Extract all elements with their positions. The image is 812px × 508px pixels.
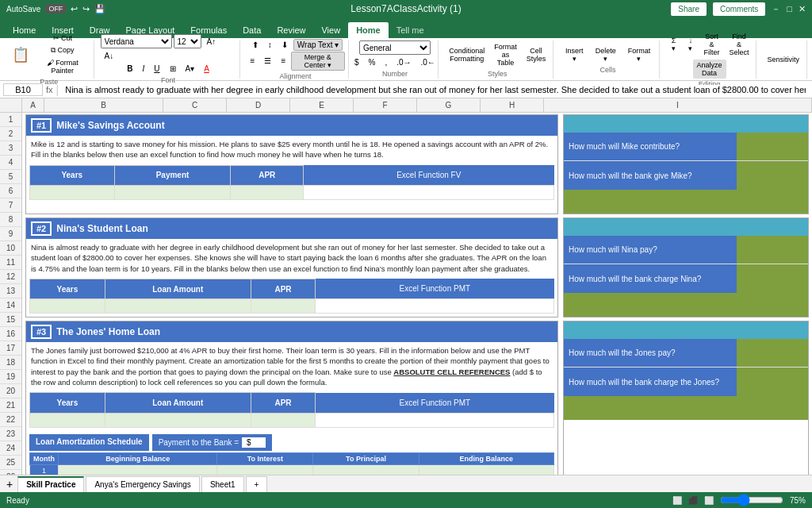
amort-col-end-bal: Ending Balance xyxy=(419,452,553,464)
row-26: 26 xyxy=(0,470,21,475)
undo-icon[interactable]: ↩ xyxy=(71,4,78,14)
section1-excel-fn-button[interactable]: Excel Function FV xyxy=(387,167,470,183)
section1-years-input[interactable] xyxy=(30,186,115,200)
title-bar-right: Share Comments － □ ✕ xyxy=(671,2,806,16)
paste-button[interactable]: 📋 xyxy=(8,45,33,64)
align-right-button[interactable]: ≡ xyxy=(277,55,289,67)
align-left-button[interactable]: ≡ xyxy=(247,55,259,67)
find-select-button[interactable]: Find &Select xyxy=(725,31,753,58)
payment-value[interactable]: $ xyxy=(242,437,266,448)
section2-loan-input[interactable] xyxy=(105,299,251,314)
decrease-font-button[interactable]: A↓ xyxy=(101,50,118,62)
format-as-table-button[interactable]: Formatas Table xyxy=(490,41,521,68)
section2-years-input[interactable] xyxy=(30,299,105,314)
section3-loan-input[interactable] xyxy=(105,413,251,427)
amort-interest-1[interactable] xyxy=(217,464,313,475)
sheet-tab-sheet1[interactable]: Sheet1 xyxy=(201,476,244,492)
status-bar: Ready ⬜ ⬛ ⬜ 75% xyxy=(0,492,812,508)
add-sheet-tab[interactable]: + xyxy=(246,476,268,492)
section1-payment-input[interactable] xyxy=(114,186,231,200)
close-icon[interactable]: ✕ xyxy=(799,4,806,14)
cut-button[interactable]: ✂ Cut xyxy=(35,33,90,44)
merge-center-button[interactable]: Merge & Center ▾ xyxy=(291,52,344,71)
sheet-tab-anyas-savings[interactable]: Anya's Emergency Savings xyxy=(86,476,199,492)
increase-font-button[interactable]: A↑ xyxy=(203,36,220,48)
sensitivity-button[interactable]: Sensitivity xyxy=(763,54,803,65)
section2-q1-row: How much will Nina pay? xyxy=(564,236,808,264)
amort-begin-1[interactable] xyxy=(59,464,217,475)
tell-me[interactable]: Tell me xyxy=(389,22,432,38)
section2-q2-row: How much will the bank charge Nina? xyxy=(564,264,808,293)
insert-cells-button[interactable]: Insert ▾ xyxy=(560,45,588,64)
section1-result-cell xyxy=(304,186,554,200)
wrap-text-button[interactable]: Wrap Text ▾ xyxy=(293,39,343,51)
currency-button[interactable]: $ xyxy=(350,56,363,68)
align-top-button[interactable]: ⬆ xyxy=(248,39,262,51)
section3-a1-cell[interactable] xyxy=(737,339,808,367)
amort-principal-1[interactable] xyxy=(313,464,419,475)
italic-button[interactable]: I xyxy=(138,63,148,75)
section1-apr-input[interactable] xyxy=(231,186,304,200)
decrease-decimal-button[interactable]: .0← xyxy=(417,56,439,68)
section2-apr-input[interactable] xyxy=(251,299,315,314)
page-break-icon[interactable]: ⬜ xyxy=(704,496,714,505)
comments-button[interactable]: Comments xyxy=(713,2,765,16)
share-button[interactable]: Share xyxy=(671,2,707,16)
fill-button[interactable]: ↓ ▾ xyxy=(683,31,698,58)
font-family-select[interactable]: Verdana xyxy=(101,34,172,48)
delete-cells-button[interactable]: Delete ▾ xyxy=(590,45,621,64)
fill-color-button[interactable]: A▾ xyxy=(182,63,199,75)
section2-excel-fn-button[interactable]: Excel Function PMT xyxy=(390,281,480,296)
sort-filter-button[interactable]: Sort &Filter xyxy=(699,31,723,58)
autosave-toggle[interactable]: OFF xyxy=(45,4,66,13)
percent-button[interactable]: % xyxy=(365,56,380,68)
amort-end-1[interactable] xyxy=(419,464,553,475)
section3-excel-fn-button[interactable]: Excel Function PMT xyxy=(390,395,480,410)
copy-button[interactable]: ⧉ Copy xyxy=(35,44,90,56)
zoom-slider[interactable] xyxy=(720,495,783,505)
section2-col-years: Years xyxy=(30,279,105,299)
tab-data[interactable]: Data xyxy=(235,22,269,38)
font-size-select[interactable]: 12 xyxy=(174,34,201,48)
analyze-data-button[interactable]: AnalyzeData xyxy=(693,60,726,79)
section2-a1-cell[interactable] xyxy=(737,236,808,264)
page-layout-icon[interactable]: ⬛ xyxy=(688,496,698,505)
font-color-button[interactable]: A xyxy=(200,63,213,75)
tab-review[interactable]: Review xyxy=(269,22,313,38)
sheet-tab-skill-practice[interactable]: Skill Practice xyxy=(17,476,84,492)
comma-button[interactable]: , xyxy=(381,56,391,68)
row-16: 16 xyxy=(0,327,21,341)
format-painter-button[interactable]: 🖌 Format Painter xyxy=(35,57,90,76)
border-button[interactable]: ⊞ xyxy=(166,63,180,75)
align-center-button[interactable]: ☰ xyxy=(260,55,275,67)
bold-button[interactable]: B xyxy=(123,63,136,75)
add-sheet-button[interactable]: + xyxy=(3,478,16,491)
section3-number: #3 xyxy=(31,325,52,339)
normal-view-icon[interactable]: ⬜ xyxy=(672,496,682,505)
tab-home-active[interactable]: Home xyxy=(348,22,389,38)
underline-button[interactable]: U xyxy=(150,63,163,75)
row-24: 24 xyxy=(0,441,21,456)
redo-icon[interactable]: ↪ xyxy=(82,4,90,14)
section2-a2-cell[interactable] xyxy=(737,264,808,293)
section3-a2-cell[interactable] xyxy=(737,368,808,396)
number-format-select[interactable]: General xyxy=(359,40,431,55)
align-bottom-button[interactable]: ⬇ xyxy=(278,39,292,51)
section1-col-payment: Payment xyxy=(114,165,231,186)
autosum-button[interactable]: Σ ▾ xyxy=(666,31,682,58)
section3-apr-input[interactable] xyxy=(251,413,315,427)
cell-styles-button[interactable]: CellStyles xyxy=(523,41,550,68)
maximize-icon[interactable]: □ xyxy=(787,4,792,13)
format-cells-button[interactable]: Format ▾ xyxy=(622,45,655,64)
tab-view[interactable]: View xyxy=(313,22,348,38)
formula-input[interactable] xyxy=(62,85,809,94)
section3-years-input[interactable] xyxy=(30,413,105,427)
increase-decimal-button[interactable]: .0→ xyxy=(393,56,415,68)
name-box[interactable] xyxy=(3,83,43,96)
conditional-formatting-button[interactable]: ConditionalFormatting xyxy=(445,41,488,68)
save-icon[interactable]: 💾 xyxy=(94,4,105,14)
align-middle-button[interactable]: ↕ xyxy=(264,39,276,51)
minimize-icon[interactable]: － xyxy=(772,3,780,15)
section1-a1-cell[interactable] xyxy=(737,133,808,160)
section1-a2-cell[interactable] xyxy=(737,161,808,190)
